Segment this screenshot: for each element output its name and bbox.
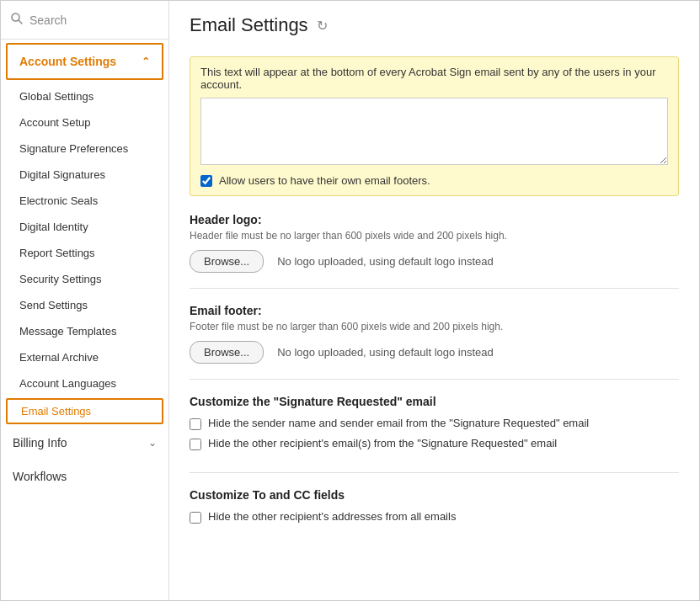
svg-line-1	[19, 20, 22, 24]
billing-info-label: Billing Info	[13, 436, 67, 449]
allow-own-footers-row: Allow users to have their own email foot…	[200, 174, 668, 187]
search-placeholder: Search	[29, 13, 67, 27]
sidebar-item-global-settings[interactable]: Global Settings	[1, 83, 168, 109]
chevron-up-icon: ⌃	[142, 56, 150, 67]
hide-recipient-email-checkbox-row: Hide the other recipient's email(s) from…	[190, 437, 679, 450]
customize-to-cc-title: Customize To and CC fields	[190, 488, 679, 502]
hide-recipient-email-label: Hide the other recipient's email(s) from…	[208, 437, 557, 449]
sidebar-item-digital-identity[interactable]: Digital Identity	[1, 214, 168, 240]
refresh-icon[interactable]: ↻	[317, 18, 328, 34]
account-settings-subitems: Global Settings Account Setup Signature …	[1, 83, 168, 424]
email-footer-browse-row: Browse... No logo uploaded, using defaul…	[190, 341, 679, 364]
footer-text-input[interactable]	[200, 98, 668, 165]
search-bar[interactable]: Search	[1, 1, 168, 40]
hide-sender-checkbox[interactable]	[190, 418, 201, 430]
header-logo-desc: Header file must be no larger than 600 p…	[190, 230, 679, 242]
header-logo-section: Header logo: Header file must be no larg…	[190, 213, 679, 289]
header-logo-browse-row: Browse... No logo uploaded, using defaul…	[190, 250, 679, 273]
workflows-nav[interactable]: Workflows	[1, 460, 168, 493]
sidebar-item-signature-preferences[interactable]: Signature Preferences	[1, 136, 168, 162]
main-content: Email Settings ↻ This text will appear a…	[169, 1, 699, 600]
hide-addresses-checkbox[interactable]	[190, 512, 201, 524]
sidebar: Search Account Settings ⌃ Global Setting…	[1, 1, 169, 600]
workflows-label: Workflows	[13, 470, 67, 483]
chevron-down-icon: ⌄	[148, 437, 157, 449]
header-logo-title: Header logo:	[190, 213, 679, 226]
sidebar-item-security-settings[interactable]: Security Settings	[1, 266, 168, 292]
customize-signature-title: Customize the "Signature Requested" emai…	[190, 395, 679, 408]
sidebar-item-report-settings[interactable]: Report Settings	[1, 240, 168, 266]
sidebar-item-send-settings[interactable]: Send Settings	[1, 292, 168, 318]
allow-footers-label: Allow users to have their own email foot…	[219, 174, 430, 187]
sidebar-item-external-archive[interactable]: External Archive	[1, 344, 168, 370]
hide-recipient-email-checkbox[interactable]	[190, 439, 201, 450]
page-title: Email Settings	[190, 14, 308, 36]
sidebar-item-email-settings[interactable]: Email Settings	[6, 398, 163, 424]
sidebar-item-electronic-seals[interactable]: Electronic Seals	[1, 188, 168, 214]
sidebar-item-account-setup[interactable]: Account Setup	[1, 109, 168, 136]
account-settings-header[interactable]: Account Settings ⌃	[6, 43, 163, 80]
yellow-banner-text: This text will appear at the bottom of e…	[200, 66, 668, 91]
nav-section: Account Settings ⌃ Global Settings Accou…	[1, 40, 168, 600]
sidebar-item-message-templates[interactable]: Message Templates	[1, 318, 168, 344]
email-footer-section: Email footer: Footer file must be no lar…	[190, 304, 679, 380]
hide-addresses-checkbox-row: Hide the other recipient's addresses fro…	[190, 510, 679, 524]
email-footer-status: No logo uploaded, using default logo ins…	[277, 346, 494, 359]
header-logo-browse-button[interactable]: Browse...	[190, 250, 264, 273]
page-title-row: Email Settings ↻	[190, 14, 679, 43]
hide-sender-checkbox-row: Hide the sender name and sender email fr…	[190, 417, 679, 430]
billing-info-nav[interactable]: Billing Info ⌄	[1, 426, 168, 460]
hide-sender-label: Hide the sender name and sender email fr…	[208, 417, 589, 429]
yellow-banner: This text will appear at the bottom of e…	[190, 56, 679, 196]
allow-footers-checkbox[interactable]	[200, 175, 212, 187]
sidebar-item-digital-signatures[interactable]: Digital Signatures	[1, 162, 168, 188]
email-footer-title: Email footer:	[190, 304, 679, 317]
account-settings-label: Account Settings	[19, 55, 116, 68]
hide-addresses-label: Hide the other recipient's addresses fro…	[208, 510, 456, 523]
customize-to-cc-section: Customize To and CC fields Hide the othe…	[190, 488, 679, 545]
customize-signature-section: Customize the "Signature Requested" emai…	[190, 395, 679, 473]
sidebar-item-account-languages[interactable]: Account Languages	[1, 370, 168, 396]
search-icon	[11, 13, 23, 27]
email-footer-desc: Footer file must be no larger than 600 p…	[190, 321, 679, 332]
header-logo-status: No logo uploaded, using default logo ins…	[277, 255, 494, 268]
email-footer-browse-button[interactable]: Browse...	[190, 341, 264, 364]
